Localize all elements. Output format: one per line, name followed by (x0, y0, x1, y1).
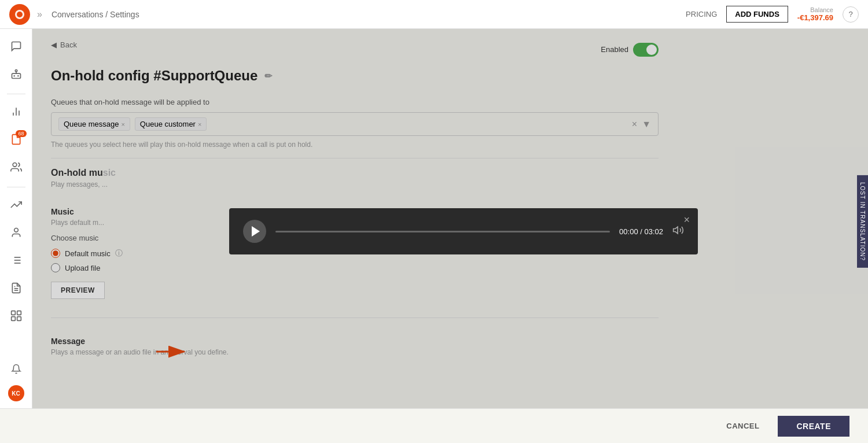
page-title-text: On-hold config #SupportQueue (51, 68, 258, 84)
preview-button[interactable]: PREVIEW (51, 282, 105, 299)
header: » Conversations / Settings PRICING ADD F… (0, 0, 868, 29)
list-icon (10, 254, 22, 269)
queue-tag-customer: Queue customer × (135, 117, 207, 131)
add-funds-button[interactable]: ADD FUNDS (726, 6, 788, 23)
breadcrumb: Conversations / Settings (52, 10, 686, 19)
footer: CANCEL CREATE (0, 408, 868, 443)
trending-icon (10, 199, 22, 213)
svg-point-1 (17, 12, 23, 17)
help-icon[interactable]: ? (843, 6, 859, 23)
player-play-button[interactable] (243, 220, 266, 243)
header-actions: PRICING ADD FUNDS Balance -€1,397.69 ? (686, 6, 859, 23)
section-separator-top (51, 158, 659, 158)
back-chevron-icon: ◀ (51, 40, 57, 49)
sidebar-item-audit[interactable] (5, 278, 28, 301)
radio-default-music-label: Default music (65, 249, 111, 258)
queue-tag-customer-label: Queue customer (140, 120, 196, 128)
player-time-display: 00:00 / 03:02 (619, 227, 663, 236)
on-hold-section-header: On-hold music Play messages, ... (51, 168, 659, 189)
integrations-icon (10, 310, 22, 324)
svg-rect-2 (12, 73, 20, 78)
sidebar-bottom: KC (5, 357, 28, 401)
user-avatar[interactable]: KC (8, 385, 24, 401)
logo (9, 4, 30, 25)
create-button[interactable]: CREATE (778, 416, 849, 437)
queue-tag-customer-remove[interactable]: × (198, 121, 201, 128)
queue-hint: The queues you select here will play thi… (51, 141, 659, 149)
sidebar-item-team[interactable] (5, 157, 28, 180)
message-subtitle: Plays a message or an audio file in an i… (51, 348, 659, 356)
right-side-label[interactable]: LOST IN TRANSLATION? (857, 175, 868, 268)
queue-tag-message: Queue message × (58, 117, 130, 131)
audio-player: × 00:00 / 03:02 (229, 208, 698, 254)
queue-selector[interactable]: Queue message × Queue customer × × ▼ (51, 112, 659, 136)
arrow-indicator (154, 341, 189, 364)
content-area: ◀ Back Enabled On-hold config #SupportQu… (32, 29, 868, 408)
conversations-icon (10, 40, 22, 55)
analytics-icon (10, 106, 22, 120)
enabled-toggle: Enabled (601, 43, 659, 57)
clear-icon[interactable]: × (632, 119, 637, 130)
radio-upload-file-input[interactable] (51, 263, 60, 272)
queues-section: Queues that on-hold message will be appl… (51, 98, 659, 149)
audit-icon (10, 282, 22, 297)
cancel-button[interactable]: CANCEL (717, 417, 768, 435)
radio-upload-file: Upload file (51, 263, 659, 272)
radio-upload-file-label: Upload file (65, 264, 100, 272)
queues-label: Queues that on-hold message will be appl… (51, 98, 659, 106)
player-close-button[interactable]: × (683, 214, 690, 226)
svg-point-10 (13, 163, 17, 167)
team-icon (10, 161, 22, 176)
section-separator-middle (51, 318, 659, 318)
message-title: Message (51, 337, 659, 346)
svg-rect-23 (17, 316, 21, 320)
on-hold-section-subtitle: Play messages, ... (51, 180, 659, 189)
info-icon[interactable]: ⓘ (115, 248, 123, 259)
sidebar-notification[interactable] (5, 357, 28, 381)
balance-label: Balance (797, 6, 833, 13)
page-title: On-hold config #SupportQueue ✏ (51, 68, 659, 84)
svg-marker-26 (674, 227, 678, 234)
sidebar-item-integrations[interactable] (5, 305, 28, 328)
sidebar: 68 (0, 29, 32, 408)
svg-point-3 (15, 69, 17, 71)
sidebar-item-bot[interactable] (5, 64, 28, 87)
toggle-switch[interactable] (633, 43, 659, 57)
sidebar-divider (7, 94, 25, 94)
svg-point-11 (14, 228, 18, 232)
sidebar-item-trending[interactable] (5, 194, 28, 217)
queue-tag-message-label: Queue message (64, 120, 119, 128)
svg-rect-22 (11, 316, 15, 320)
queue-selector-actions: × ▼ (632, 119, 651, 130)
pricing-link[interactable]: PRICING (686, 10, 717, 19)
enabled-label: Enabled (601, 45, 628, 54)
sidebar-item-reports[interactable]: 68 (5, 129, 28, 152)
bot-icon (10, 68, 22, 83)
message-section: Message Plays a message or an audio file… (51, 327, 659, 372)
svg-rect-20 (11, 311, 15, 315)
balance-amount: -€1,397.69 (797, 13, 833, 22)
edit-icon[interactable]: ✏ (264, 71, 272, 82)
sidebar-divider-2 (7, 187, 25, 187)
balance-info: Balance -€1,397.69 (797, 6, 833, 22)
reports-badge: 68 (16, 130, 26, 137)
main-layout: 68 (0, 29, 868, 408)
player-volume-icon[interactable] (672, 224, 684, 239)
sidebar-item-conversations[interactable] (5, 36, 28, 59)
back-link[interactable]: ◀ Back (51, 40, 77, 49)
back-label: Back (60, 40, 77, 49)
radio-default-music-input[interactable] (51, 249, 60, 258)
queue-tag-message-remove[interactable]: × (121, 121, 124, 128)
sidebar-item-users[interactable] (5, 222, 28, 245)
top-actions: ◀ Back Enabled (51, 40, 659, 58)
content-inner: ◀ Back Enabled On-hold config #SupportQu… (51, 40, 659, 372)
on-hold-section-title: On-hold music (51, 168, 659, 178)
users-icon (10, 227, 22, 241)
sidebar-item-list[interactable] (5, 250, 28, 273)
player-progress-bar[interactable] (275, 231, 610, 232)
svg-rect-21 (17, 311, 21, 315)
dropdown-chevron-icon[interactable]: ▼ (642, 119, 651, 130)
nav-toggle[interactable]: » (37, 9, 42, 20)
sidebar-item-analytics[interactable] (5, 101, 28, 124)
